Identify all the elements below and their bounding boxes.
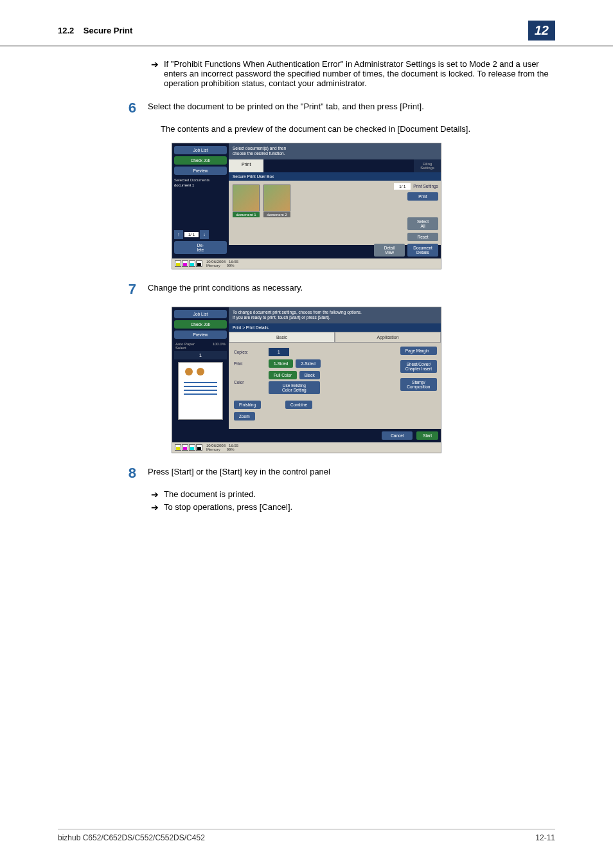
step-6-text: Select the document to be printed on the…	[148, 100, 555, 116]
print-settings-label: Print Settings	[413, 184, 438, 188]
sheet-cover-button[interactable]: Sheet/Cover/ Chapter Insert	[400, 360, 437, 373]
chapter-badge: 12	[528, 21, 555, 41]
reset-button[interactable]: Reset	[407, 233, 438, 241]
status-text: 10/06/2008 16:55 Memory 99%	[206, 260, 238, 267]
arrow-icon: ➔	[151, 489, 159, 500]
doc-thumb-1[interactable]: document 1	[233, 185, 260, 241]
step-7-text: Change the print conditions as necessary…	[148, 281, 555, 298]
zoom-button[interactable]: Zoom	[234, 412, 255, 420]
stamp-button[interactable]: Stamp/ Composition	[400, 378, 437, 391]
two-sided-button[interactable]: 2-Sided	[296, 359, 320, 368]
note-text: If "Prohibit Functions When Authenticati…	[164, 59, 555, 88]
black-button[interactable]: Black	[299, 371, 320, 379]
instruction-text-2: To change document print settings, choos…	[229, 307, 441, 323]
footer-model: bizhub C652/C652DS/C552/C552DS/C452	[58, 833, 205, 842]
step-8-sub1: The document is printed.	[164, 489, 256, 499]
toner-indicators-2: YMCK	[175, 444, 202, 451]
combine-button[interactable]: Combine	[285, 401, 312, 409]
detail-view-button[interactable]: Detail View	[374, 244, 405, 257]
delete-button[interactable]: De- lete	[174, 241, 227, 254]
full-color-button[interactable]: Full Color	[269, 371, 297, 379]
step-8-sub2: To stop operations, press [Cancel].	[164, 502, 292, 512]
document-details-button[interactable]: Document Details	[407, 244, 438, 257]
instruction-text: Select document(s) and then choose the d…	[229, 143, 441, 159]
filing-settings-tab[interactable]: Filing Settings	[414, 159, 441, 172]
step-6-sub: The contents and a preview of the docume…	[161, 124, 555, 134]
footer-page: 12-11	[535, 833, 555, 842]
preview-button-2[interactable]: Preview	[174, 330, 227, 339]
arrow-icon: ➔	[151, 502, 159, 512]
print-tab[interactable]: Print	[229, 159, 263, 172]
finishing-button[interactable]: Finishing	[234, 401, 261, 409]
preview-thumbnail	[178, 362, 223, 420]
section-title: 12.2 Secure Print	[58, 26, 132, 35]
one-sided-button[interactable]: 1-Sided	[269, 359, 293, 368]
start-button[interactable]: Start	[416, 431, 438, 440]
select-all-button[interactable]: Select All	[407, 217, 438, 230]
cancel-button-2[interactable]: Cancel	[382, 431, 413, 440]
screenshot-1: Job List Check Job Preview Selected Docu…	[172, 143, 441, 269]
step-6-number: 6	[122, 100, 148, 116]
print-button[interactable]: Print	[407, 192, 438, 201]
screenshot-2: Job List Check Job Preview Auto Paper Se…	[172, 307, 441, 453]
doc-pager: 1/ 1	[394, 183, 411, 190]
page-margin-button[interactable]: Page Margin	[400, 347, 437, 355]
doc-thumb-2[interactable]: document 2	[263, 185, 290, 241]
application-tab[interactable]: Application	[335, 332, 441, 343]
up-arrow-button[interactable]: ↑	[174, 230, 183, 239]
job-list-button[interactable]: Job List	[174, 146, 227, 154]
down-arrow-button[interactable]: ↓	[200, 230, 209, 239]
job-list-button-2[interactable]: Job List	[174, 310, 227, 318]
selected-docs-label: Selected Documents	[174, 177, 227, 183]
copies-label: Copies:	[234, 350, 266, 354]
side-pager: 1/ 1	[184, 232, 199, 237]
breadcrumb: Print > Print Details	[229, 323, 441, 332]
check-job-button-2[interactable]: Check Job	[174, 320, 227, 329]
box-title-bar: Secure Print User Box	[229, 172, 441, 181]
step-8-number: 8	[122, 465, 148, 482]
copies-value[interactable]: 1	[269, 348, 289, 356]
step-8-text: Press [Start] or the [Start] key in the …	[148, 465, 555, 482]
arrow-icon: ➔	[151, 59, 159, 69]
step-7-number: 7	[122, 281, 148, 298]
preview-button[interactable]: Preview	[174, 167, 227, 175]
use-existing-color-button[interactable]: Use Existing Color Setting	[269, 381, 320, 394]
color-label: Color	[234, 380, 266, 384]
toner-indicators: YMCK	[175, 260, 202, 267]
basic-tab[interactable]: Basic	[229, 332, 335, 343]
print-label: Print	[234, 361, 266, 366]
status-text-2: 10/06/2008 16:55 Memory 99%	[206, 444, 238, 451]
check-job-button[interactable]: Check Job	[174, 156, 227, 165]
